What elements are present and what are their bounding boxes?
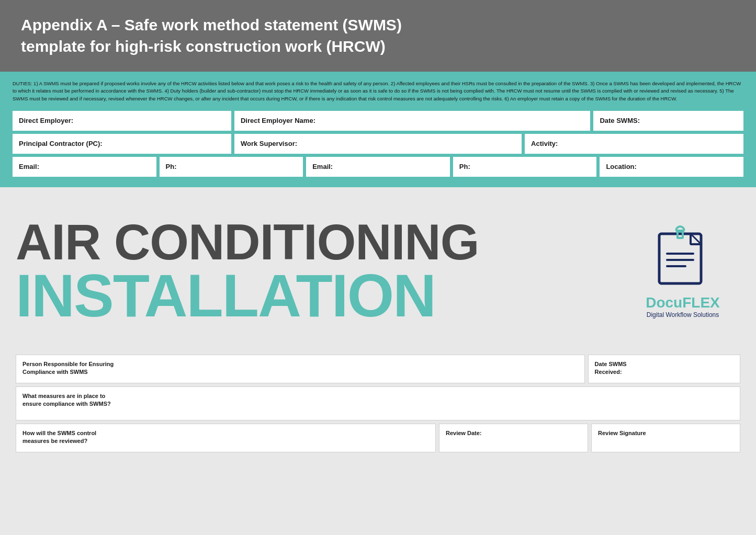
person-responsible-label: Person Responsible for EnsuringComplianc…	[22, 360, 578, 377]
title-text-block: AIR CONDITIONING INSTALLATION	[16, 217, 615, 324]
review-date-label: Review Date:	[446, 429, 581, 437]
email-pc-label: Email:	[312, 163, 333, 170]
person-responsible-cell[interactable]: Person Responsible for EnsuringComplianc…	[16, 355, 585, 383]
logo-block: DocuFLEX Digital Workflow Solutions	[625, 223, 740, 318]
principal-contractor-cell[interactable]: Principal Contractor (PC):	[13, 134, 231, 154]
ph-de-cell[interactable]: Ph:	[160, 157, 303, 177]
email-de-label: Email:	[19, 163, 39, 170]
main-content: AIR CONDITIONING INSTALLATION	[0, 187, 756, 463]
bottom-form: Person Responsible for EnsuringComplianc…	[16, 355, 740, 452]
ph-pc-label: Ph:	[459, 163, 470, 170]
date-swms-label: Date SWMS:	[600, 117, 640, 124]
ph-pc-cell[interactable]: Ph:	[453, 157, 597, 177]
review-date-cell[interactable]: Review Date:	[439, 424, 588, 452]
page-title: Appendix A – Safe work method statement …	[21, 15, 735, 57]
ph-de-label: Ph:	[166, 163, 177, 170]
activity-label: Activity:	[531, 140, 558, 147]
form-row-3: Email: Ph: Email: Ph: Location:	[13, 157, 743, 177]
logo-name-part2: FLEX	[682, 294, 720, 311]
review-signature-cell[interactable]: Review Signature	[591, 424, 740, 452]
title-line2: template for high-risk construction work…	[21, 38, 386, 55]
direct-employer-cell[interactable]: Direct Employer:	[13, 111, 231, 131]
info-section: DUTIES: 1) A SWMS must be prepared if pr…	[0, 72, 756, 187]
installation-title: INSTALLATION	[16, 267, 615, 324]
title-block: AIR CONDITIONING INSTALLATION	[16, 203, 740, 339]
duties-text: DUTIES: 1) A SWMS must be prepared if pr…	[13, 80, 743, 103]
form-row-1: Direct Employer: Direct Employer Name: D…	[13, 111, 743, 131]
email-de-cell[interactable]: Email:	[13, 157, 156, 177]
air-conditioning-title: AIR CONDITIONING	[16, 217, 615, 267]
bottom-form-row-2: What measures are in place toensure comp…	[16, 386, 740, 420]
location-cell[interactable]: Location:	[600, 157, 743, 177]
date-swms-received-label: Date SWMSReceived:	[595, 360, 734, 377]
logo-name: DocuFLEX	[646, 295, 720, 310]
measures-cell[interactable]: What measures are in place toensure comp…	[16, 386, 740, 420]
direct-employer-name-label: Direct Employer Name:	[241, 117, 315, 124]
logo-name-part1: Docu	[646, 294, 682, 311]
measures-label: What measures are in place toensure comp…	[22, 392, 734, 408]
review-method-cell[interactable]: How will the SWMS controlmeasures be rev…	[16, 424, 436, 452]
location-label: Location:	[606, 163, 637, 170]
work-supervisor-label: Work Supervisor:	[241, 140, 297, 147]
form-grid: Direct Employer: Direct Employer Name: D…	[13, 111, 743, 177]
review-method-label: How will the SWMS controlmeasures be rev…	[22, 429, 429, 446]
svg-rect-0	[659, 234, 701, 283]
email-pc-cell[interactable]: Email:	[306, 157, 450, 177]
review-signature-label: Review Signature	[598, 429, 734, 437]
page-header: Appendix A – Safe work method statement …	[0, 0, 756, 72]
title-line1: Appendix A – Safe work method statement …	[21, 16, 402, 33]
activity-cell[interactable]: Activity:	[525, 134, 743, 154]
logo-subtitle: Digital Workflow Solutions	[647, 311, 719, 318]
docuflex-icon	[649, 223, 717, 291]
bottom-form-row-3: How will the SWMS controlmeasures be rev…	[16, 424, 740, 452]
work-supervisor-cell[interactable]: Work Supervisor:	[234, 134, 522, 154]
date-swms-received-cell[interactable]: Date SWMSReceived:	[588, 355, 740, 383]
date-swms-cell[interactable]: Date SWMS:	[593, 111, 743, 131]
direct-employer-label: Direct Employer:	[19, 117, 73, 124]
principal-contractor-label: Principal Contractor (PC):	[19, 140, 103, 147]
bottom-form-row-1: Person Responsible for EnsuringComplianc…	[16, 355, 740, 383]
direct-employer-name-cell[interactable]: Direct Employer Name:	[234, 111, 591, 131]
form-row-2: Principal Contractor (PC): Work Supervis…	[13, 134, 743, 154]
